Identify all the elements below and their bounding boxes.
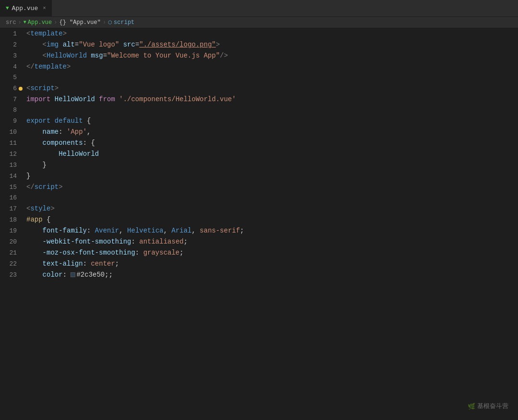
line-content: text-align: center;	[26, 258, 518, 269]
code-line: 9export default {	[0, 116, 518, 127]
token-attr-name: msg	[91, 52, 103, 59]
line-content: </template>	[26, 61, 518, 72]
token-css-val-blue: Arial	[172, 227, 192, 234]
token-plain: ;	[115, 260, 119, 268]
line-number: 7	[0, 94, 26, 105]
line-content: <HelloWorld msg="Welcome to Your Vue.js …	[26, 50, 518, 61]
line-content: <style>	[26, 203, 518, 214]
watermark-icon: 🌿	[468, 403, 475, 410]
line-content: <img alt="Vue logo" src="./assets/logo.p…	[26, 39, 518, 50]
token-plain: :	[87, 227, 95, 234]
code-line: 18#app {	[0, 214, 518, 225]
line-number: 2	[0, 40, 26, 50]
token-plain	[59, 41, 62, 48]
token-plain	[26, 41, 43, 48]
line-number: 11	[0, 138, 26, 149]
token-plain	[26, 260, 43, 268]
token-plain: ,	[164, 227, 172, 234]
token-plain: {	[83, 117, 91, 125]
token-plain: : {	[83, 139, 95, 147]
code-line: 20 -webkit-font-smoothing: antialiased;	[0, 236, 518, 247]
token-attr-eq: =	[103, 52, 107, 59]
token-plain: }	[43, 161, 47, 169]
token-string: 'App'	[67, 128, 87, 136]
code-line: 11 components: {	[0, 138, 518, 149]
code-line: 14}	[0, 171, 518, 182]
token-plain: :	[131, 238, 139, 245]
code-line: 12 HelloWorld	[0, 149, 518, 160]
tab-close-icon[interactable]: ×	[43, 5, 46, 11]
line-content: </script>	[26, 182, 518, 192]
token-plain	[26, 128, 43, 136]
token-plain: ,	[119, 227, 127, 234]
line-number: 15	[0, 182, 26, 193]
token-tag-name: script	[30, 84, 54, 92]
line-content: name: 'App',	[26, 127, 518, 137]
token-plain: :	[83, 260, 91, 268]
tab-label: App.vue	[12, 5, 38, 12]
token-plain: ,	[192, 227, 200, 234]
token-plain	[26, 139, 43, 147]
token-import-kw: import	[26, 95, 50, 103]
token-css-val-blue: Avenir	[95, 227, 119, 234]
token-identifier: HelloWorld	[59, 150, 99, 158]
code-line: 17<style>	[0, 203, 518, 214]
token-plain: {	[43, 216, 51, 223]
code-line: 23 color: #2c3e50;;	[0, 269, 518, 280]
line-number: 19	[0, 226, 26, 236]
line-content: #app {	[26, 214, 518, 225]
line-content: <script>	[26, 83, 518, 93]
token-tag: >	[55, 84, 59, 92]
code-line: 1<template>	[0, 28, 518, 39]
token-plain	[50, 117, 54, 125]
vue-icon-small: ▼	[24, 20, 26, 25]
code-line: 19 font-family: Avenir, Helvetica, Arial…	[0, 225, 518, 236]
token-plain	[26, 150, 59, 158]
token-css-val: antialiased	[139, 238, 183, 245]
token-plain: :	[135, 249, 143, 257]
token-plain	[50, 95, 54, 103]
code-line: 2 <img alt="Vue logo" src="./assets/logo…	[0, 39, 518, 50]
token-attr-name: src	[123, 41, 135, 48]
code-line: 22 text-align: center;	[0, 258, 518, 269]
token-plain	[26, 249, 43, 257]
line-number: 14	[0, 171, 26, 182]
token-attr-name: alt	[63, 41, 75, 48]
line-number: 23	[0, 270, 26, 280]
file-tab[interactable]: ▼ App.vue ×	[0, 0, 52, 16]
code-line: 7import HelloWorld from './components/He…	[0, 94, 518, 105]
token-css-selector: #app	[26, 216, 43, 223]
token-css-prop: font-family	[43, 227, 87, 234]
code-line: 21 -moz-osx-font-smoothing: grayscale;	[0, 247, 518, 258]
token-tag: >	[67, 63, 71, 70]
hex-value: #2c3e50;	[76, 271, 108, 279]
token-tag: </	[26, 183, 35, 191]
line-number: 3	[0, 51, 26, 61]
token-tag: <	[43, 41, 47, 48]
token-keyword-blue: default	[55, 117, 83, 125]
line-number: 9	[0, 116, 26, 127]
line-content: -webkit-font-smoothing: antialiased;	[26, 236, 518, 247]
line-number: 12	[0, 149, 26, 160]
token-plain	[95, 95, 99, 103]
token-plain	[26, 271, 43, 279]
code-area: 1<template>2 <img alt="Vue logo" src="./…	[0, 28, 518, 420]
token-keyword: from	[99, 95, 115, 103]
breadcrumb-sep3: ›	[103, 19, 106, 26]
token-plain	[119, 41, 123, 48]
breadcrumb-sep1: ›	[18, 19, 22, 26]
token-plain: :	[63, 271, 71, 279]
breadcrumb: src › ▼ App.vue › {} "App.vue" › ⬡ scrip…	[0, 17, 518, 28]
line-content: export default {	[26, 116, 518, 126]
line-number: 1	[0, 29, 26, 39]
code-line: 5	[0, 72, 518, 83]
breadcrumb-appvue: ▼ App.vue	[24, 19, 52, 26]
token-tag-name: script	[35, 183, 59, 191]
line-number: 18	[0, 215, 26, 225]
token-plain	[26, 227, 43, 234]
token-css-dash: -webkit-font-smoothing	[43, 238, 131, 245]
token-plain: ,	[87, 128, 91, 136]
breadcrumb-obj: {} "App.vue"	[59, 19, 100, 26]
line-content: <template>	[26, 28, 518, 39]
line-number: 16	[0, 193, 26, 203]
